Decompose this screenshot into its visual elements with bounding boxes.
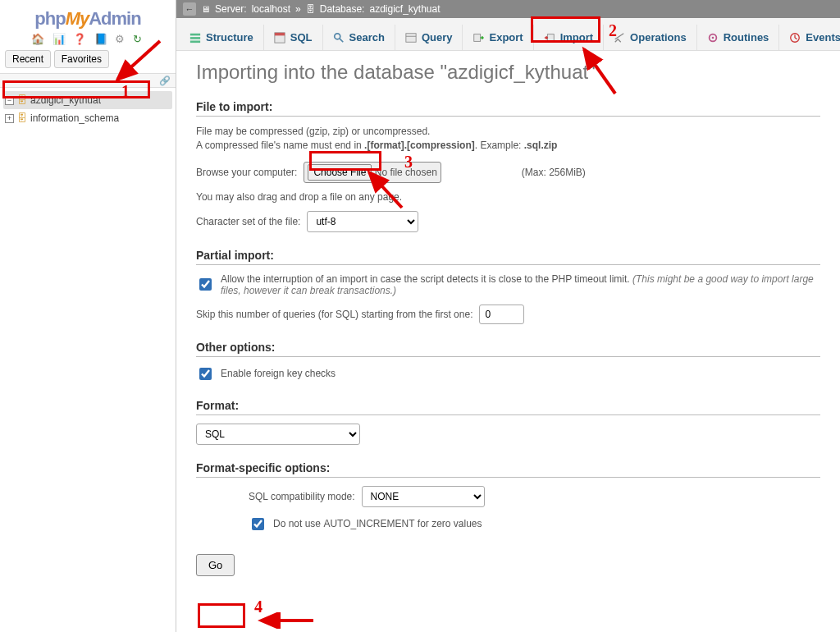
tab-structure[interactable]: Structure <box>180 25 264 50</box>
expand-icon[interactable]: + <box>5 114 14 123</box>
charset-select[interactable]: utf-8 <box>307 211 418 232</box>
choose-file-button[interactable]: Choose File <box>308 164 372 181</box>
tree-item-azdigicf[interactable]: − 🗄 azdigicf_kythuat <box>3 91 172 109</box>
db-label: Database: <box>320 3 365 15</box>
svg-rect-0 <box>190 33 200 35</box>
sidebar-tabs: Recent Favorites <box>0 50 176 73</box>
import-icon <box>544 32 555 44</box>
sql-icon[interactable]: 📘 <box>94 33 110 45</box>
search-icon <box>333 32 345 44</box>
svg-rect-2 <box>190 40 200 43</box>
tree-label: azdigicf_kythuat <box>30 92 101 108</box>
topnav: Structure SQL Search Query Export Import… <box>176 18 840 51</box>
database-icon: 🗄 <box>306 4 315 14</box>
tab-search[interactable]: Search <box>323 25 395 50</box>
compressed-hint: File may be compressed (gzip, zip) or un… <box>196 125 820 153</box>
svg-rect-7 <box>406 33 416 42</box>
database-icon: 🗄 <box>17 92 27 108</box>
go-row: Go <box>196 554 820 576</box>
autoinc-row: Do not use AUTO_INCREMENT for zero value… <box>196 515 820 533</box>
tree-label: information_schema <box>30 110 119 126</box>
format-row: SQL <box>196 424 820 445</box>
query-icon <box>405 32 417 44</box>
max-size-label: (Max: 256MiB) <box>522 167 586 178</box>
skip-row: Skip this number of queries (for SQL) st… <box>196 305 820 324</box>
tab-events[interactable]: Events <box>779 25 840 50</box>
drag-hint: You may also drag and drop a file on any… <box>196 191 820 203</box>
breadcrumb-sep: » <box>295 3 301 15</box>
server-icon: 🖥 <box>201 4 210 14</box>
sidebar-filter-row: 🔗 <box>0 73 176 88</box>
tab-label: Structure <box>206 31 253 44</box>
server-label: Server: <box>215 3 247 15</box>
svg-line-15 <box>795 38 797 39</box>
tab-label: Export <box>489 31 523 44</box>
charset-row: Character set of the file: utf-8 <box>196 211 820 232</box>
settings-icon[interactable]: ⚙ <box>115 33 127 45</box>
server-link[interactable]: localhost <box>252 3 290 15</box>
tab-sql[interactable]: SQL <box>264 25 323 50</box>
fk-row: Enable foreign key checks <box>196 365 820 382</box>
allow-interrupt-checkbox[interactable] <box>199 278 212 291</box>
home-icon[interactable]: 🏠 <box>31 33 47 45</box>
svg-line-6 <box>339 38 342 41</box>
format-select[interactable]: SQL <box>196 424 360 445</box>
tab-label: Query <box>422 31 453 44</box>
recent-tab[interactable]: Recent <box>5 50 51 68</box>
tab-label: Routines <box>724 31 769 44</box>
compat-label: SQL compatibility mode: <box>249 491 355 502</box>
skip-input[interactable] <box>479 305 524 324</box>
favorites-tab[interactable]: Favorites <box>54 50 109 68</box>
partial-check-row: Allow the interruption of an import in c… <box>196 273 820 296</box>
sidebar-toolbar: 🏠 📊 ❓ 📘 ⚙ ↻ <box>0 33 176 50</box>
help-icon[interactable]: ❓ <box>73 33 89 45</box>
tab-label: Import <box>560 31 593 44</box>
tab-label: Operations <box>630 31 687 44</box>
svg-rect-9 <box>474 34 481 41</box>
svg-rect-4 <box>275 32 285 35</box>
svg-point-5 <box>334 33 340 39</box>
reload-icon[interactable]: ↻ <box>133 33 144 45</box>
app-logo: phpMyAdmin <box>0 0 176 33</box>
routines-icon <box>707 32 719 44</box>
export-icon <box>472 32 484 44</box>
compat-select[interactable]: NONE <box>362 486 485 507</box>
main-area: ← 🖥 Server: localhost » 🗄 Database: azdi… <box>176 0 840 632</box>
tree-item-infoschema[interactable]: + 🗄 information_schema <box>3 109 172 127</box>
tab-operations[interactable]: Operations <box>604 25 697 50</box>
svg-rect-10 <box>547 34 554 41</box>
section-other: Other options: <box>196 341 820 357</box>
tab-query[interactable]: Query <box>395 25 463 50</box>
database-icon: 🗄 <box>17 110 27 126</box>
sql-icon <box>274 32 285 44</box>
stats-icon[interactable]: 📊 <box>52 33 68 45</box>
page-content: Importing into the database "azdigicf_ky… <box>176 51 840 632</box>
tab-import[interactable]: Import <box>534 25 604 50</box>
charset-label: Character set of the file: <box>196 216 300 227</box>
no-file-label: No file chosen <box>375 167 437 178</box>
browse-label: Browse your computer: <box>196 167 297 178</box>
svg-rect-1 <box>190 37 200 39</box>
fk-checkbox[interactable] <box>199 368 212 380</box>
db-link[interactable]: azdigicf_kythuat <box>369 3 440 15</box>
collapse-icon[interactable]: − <box>5 96 14 105</box>
section-partial: Partial import: <box>196 249 820 265</box>
tab-label: Events <box>806 31 840 44</box>
go-button[interactable]: Go <box>196 554 235 576</box>
breadcrumb: ← 🖥 Server: localhost » 🗄 Database: azdi… <box>176 0 840 18</box>
nav-back-icon[interactable]: ← <box>183 2 196 16</box>
browse-row: Browse your computer: Choose File No fil… <box>196 162 820 183</box>
autoinc-checkbox[interactable] <box>252 518 264 530</box>
operations-icon <box>614 32 625 44</box>
page-title: Importing into the database "azdigicf_ky… <box>196 61 820 84</box>
tab-export[interactable]: Export <box>463 25 533 50</box>
tab-routines[interactable]: Routines <box>697 25 780 50</box>
partial-check-label: Allow the interruption of an import in c… <box>221 273 632 285</box>
structure-icon <box>189 32 201 44</box>
section-format-specific: Format-specific options: <box>196 461 820 478</box>
svg-point-12 <box>711 36 714 39</box>
events-icon <box>789 32 801 44</box>
section-file: File to import: <box>196 100 820 117</box>
link-icon[interactable]: 🔗 <box>159 76 171 86</box>
autoinc-label: Do not use AUTO_INCREMENT for zero value… <box>273 518 482 529</box>
